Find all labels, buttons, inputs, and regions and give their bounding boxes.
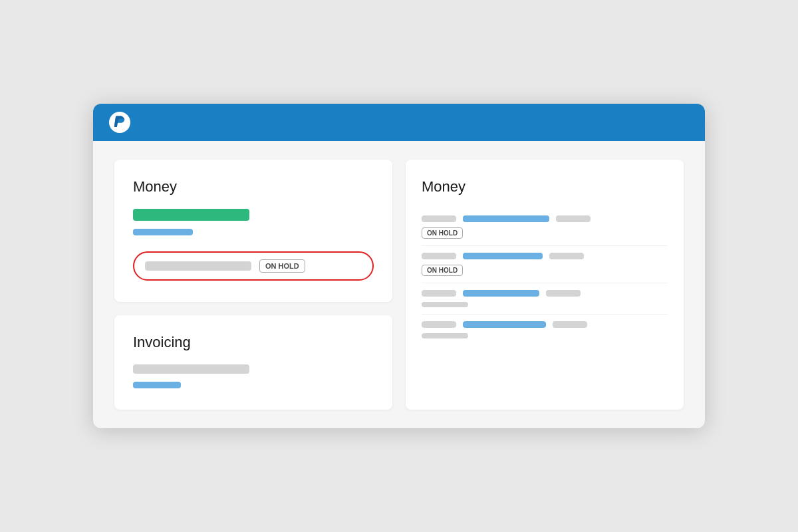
transaction-top-row [422,215,668,222]
transaction-top-row [422,290,668,297]
money-card: Money ON HOLD [114,160,392,302]
right-panel-title: Money [422,178,668,196]
on-hold-row[interactable]: ON HOLD [133,251,374,281]
transaction-on-hold-badge: ON HOLD [422,227,463,239]
on-hold-badge: ON HOLD [259,259,305,273]
t-sub-bar [422,302,468,307]
money-sub-bar [133,229,193,235]
transaction-item: ON HOLD [422,209,668,246]
invoicing-card: Invoicing [114,315,392,410]
t-center-bar [463,290,539,297]
transaction-on-hold-badge: ON HOLD [422,265,463,276]
t-center-bar [463,321,546,328]
money-balance-bar [133,209,249,221]
on-hold-gray-bar [145,261,251,271]
t-right-bar [546,290,581,297]
transaction-item [422,315,668,345]
t-right-bar [553,321,587,328]
transaction-sub-row [422,333,668,338]
transaction-badge-row: ON HOLD [422,265,668,276]
paypal-icon [114,116,126,129]
transaction-item: ON HOLD [422,246,668,283]
left-column: Money ON HOLD Invoicing [114,160,392,410]
invoicing-bar-1 [133,364,249,374]
right-panel: Money ON HOLD [406,160,684,410]
invoicing-card-title: Invoicing [133,334,374,351]
transaction-item [422,283,668,315]
transaction-top-row [422,321,668,328]
app-window: Money ON HOLD Invoicing Money [93,104,705,428]
t-center-bar [463,253,543,259]
transaction-top-row [422,253,668,259]
t-center-bar [463,215,549,222]
t-left-bar [422,215,456,222]
transaction-badge-row: ON HOLD [422,227,668,239]
header [93,104,705,141]
t-right-bar [556,215,591,222]
transaction-sub-row [422,302,668,307]
t-left-bar [422,290,456,297]
t-left-bar [422,253,456,259]
main-content: Money ON HOLD Invoicing Money [93,141,705,428]
transaction-list: ON HOLD ON HOLD [422,209,668,345]
t-sub-bar [422,333,468,338]
invoicing-bar-2 [133,382,181,388]
t-left-bar [422,321,456,328]
paypal-logo [109,112,130,133]
money-card-title: Money [133,178,374,196]
t-right-bar [549,253,584,259]
